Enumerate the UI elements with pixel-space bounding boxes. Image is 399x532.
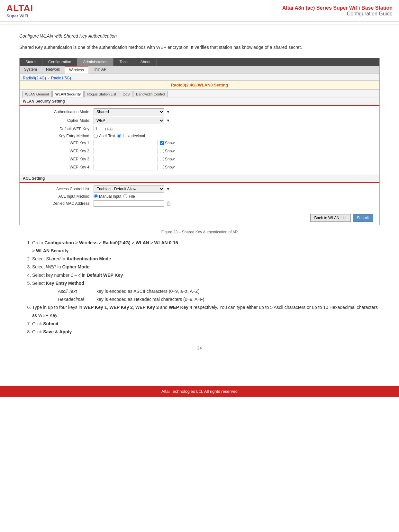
acl-file-option[interactable]: File [123, 194, 135, 199]
nav-tab-administration[interactable]: Administration [77, 58, 113, 66]
page-header: ALTAI Super WiFi Altai A8n (ac) Series S… [0, 0, 399, 22]
denied-mac-label: Denied MAC Address: [26, 201, 90, 206]
figure-caption: Figure 23 – Shared Key Authentication of… [19, 230, 380, 234]
section-title: Configure WLAN with Shared Key Authentic… [19, 33, 380, 39]
wep-key1-control: Show [94, 140, 175, 146]
wep-key2-show-checkbox[interactable] [160, 149, 164, 153]
header-title: Altai A8n (ac) Series Super WiFi Base St… [58, 5, 393, 17]
wep-key1-show-checkbox[interactable] [160, 141, 164, 145]
auth-mode-select[interactable]: Shared Open [94, 108, 164, 115]
footer-text: Altai Technologies Ltd. All rights reser… [161, 389, 238, 394]
step3-wep: WEP [46, 264, 56, 269]
wep-key1-show[interactable]: Show [160, 141, 175, 145]
wep-key4-label: WEP Key 4: [26, 165, 90, 169]
wep-key4-control: Show [94, 164, 175, 170]
wep-key2-row: WEP Key 2: Show [26, 148, 373, 154]
form-area: Authentication Mode: Shared Open ▼ Ciphe… [20, 106, 379, 175]
step1-wireless: Wireless [79, 240, 97, 245]
wep-key2-control: Show [94, 148, 175, 154]
key-entry-hex-option[interactable]: Hexadecimal [117, 134, 145, 138]
button-row: Back to WLAN List Submit [20, 211, 379, 225]
acl-row: Access Control List: Enabled - Default A… [26, 185, 373, 193]
acl-file-radio[interactable] [123, 194, 127, 198]
wep-key3-input[interactable] [94, 156, 158, 162]
step2-auth-mode: Authentication Mode [67, 256, 111, 261]
step2-shared: Shared [46, 256, 60, 261]
default-wep-key-input[interactable] [94, 126, 103, 132]
wep-key4-show-checkbox[interactable] [160, 165, 164, 169]
cipher-mode-select[interactable]: WEP [94, 117, 164, 124]
acl-manual-radio[interactable] [94, 194, 98, 198]
acl-dropdown-icon: ▼ [166, 187, 170, 191]
wep-key4-show-label: Show [165, 165, 175, 169]
acl-input-method-row: ACL Input Method: Manual Input File [26, 194, 373, 199]
key-entry-hex-radio[interactable] [117, 134, 121, 138]
nav-sub-thinap[interactable]: Thin AP [88, 66, 111, 74]
step1-wlan: WLAN [136, 240, 149, 245]
steps-list: Go to Configuration > Wireless > Radio0(… [19, 239, 380, 336]
wep-key3-show[interactable]: Show [160, 157, 175, 161]
step5-key-method: Key Entry Method [46, 281, 84, 286]
acl-select[interactable]: Enabled - Default Allow Disabled [94, 185, 164, 193]
default-wep-key-control: (1-4) [94, 126, 113, 132]
wep-key4-row: WEP Key 4: Show [26, 164, 373, 170]
acl-input-method-control: Manual Input File [94, 194, 135, 199]
wep-key2-input[interactable] [94, 148, 158, 154]
step8-save-apply: Save & Apply [43, 329, 72, 334]
radio-tab-separator: - [48, 76, 49, 80]
radio-tab-5g[interactable]: Radio1(5G) [51, 76, 71, 80]
wep-key2-show[interactable]: Show [160, 149, 175, 153]
ascii-text-desc: key is encoded as ASCII characters (0–9,… [96, 287, 380, 295]
nav-tab-tools[interactable]: Tools [113, 58, 134, 66]
nav-sub-tabs: System Network Wireless Thin AP [20, 66, 379, 74]
inner-tab-bandwidth[interactable]: Bandwidth Control [133, 91, 168, 97]
nav-tab-about[interactable]: About [134, 58, 156, 66]
step-7: Click Submit [32, 320, 380, 328]
key-entry-ascii-radio[interactable] [94, 134, 98, 138]
inner-tab-qos[interactable]: QoS [120, 91, 132, 97]
nav-sub-network[interactable]: Network [41, 66, 65, 74]
inner-tab-wlan-general[interactable]: WLAN General [22, 91, 52, 97]
denied-mac-row: Denied MAC Address: 📋 [26, 200, 373, 207]
acl-control: Enabled - Default Allow Disabled ▼ [94, 185, 170, 193]
wep-key3-label: WEP Key 3: [26, 157, 90, 161]
wep-key1-label: WEP Key 1: [26, 141, 90, 145]
default-wep-key-label: Default WEP Key: [26, 127, 90, 131]
wep-key3-show-checkbox[interactable] [160, 157, 164, 161]
wep-key4-show[interactable]: Show [160, 165, 175, 169]
nav-tab-status[interactable]: Status [20, 58, 42, 66]
nav-tab-configuration[interactable]: Configuration [42, 58, 77, 66]
inner-tab-wlan-security[interactable]: WLAN Security [52, 91, 84, 97]
step4-default-wep: Default WEP Key [87, 273, 123, 278]
auth-mode-dropdown-icon: ▼ [166, 110, 170, 114]
cipher-mode-control: WEP ▼ [94, 117, 170, 124]
back-to-wlan-button[interactable]: Back to WLAN List [310, 214, 351, 222]
logo-area: ALTAI Super WiFi [6, 3, 58, 18]
step6-key2: WEP Key 2 [109, 305, 133, 310]
step6-key1: WEP Key 1 [84, 305, 107, 310]
nav-sub-system[interactable]: System [20, 66, 41, 74]
wep-key4-input[interactable] [94, 164, 158, 170]
step-3: Select WEP in Cipher Mode [32, 263, 380, 271]
wep-key1-input[interactable] [94, 140, 158, 146]
panel-title: Radio0(2.4G) WLAN0 Setting [20, 81, 379, 90]
step-8: Click Save & Apply [32, 328, 380, 336]
step-6: Type in up to four keys in WEP Key 1, WE… [32, 303, 380, 320]
inner-tab-rogue-station[interactable]: Rogue Station List [84, 91, 119, 97]
acl-form-area: Access Control List: Enabled - Default A… [20, 183, 379, 211]
default-wep-key-hint: (1-4) [105, 127, 113, 131]
denied-mac-input[interactable] [94, 200, 164, 207]
submit-button[interactable]: Submit [353, 214, 373, 222]
wep-key2-label: WEP Key 2: [26, 149, 90, 153]
acl-manual-option[interactable]: Manual Input [94, 194, 121, 199]
wep-key3-control: Show [94, 156, 175, 162]
inner-tabs: WLAN General WLAN Security Rogue Station… [20, 90, 379, 97]
key-entry-hex-label: Hexadecimal [122, 134, 145, 138]
guide-name: Configuration Guide [58, 11, 393, 17]
radio-tab-24g[interactable]: Radio0(2.4G) [23, 76, 46, 80]
key-entry-ascii-option[interactable]: Ascii Text [94, 134, 115, 138]
nav-tabs-top: Status Configuration Administration Tool… [20, 58, 379, 66]
cipher-mode-label: Cipher Mode: [26, 118, 90, 123]
nav-sub-wireless[interactable]: Wireless [65, 66, 88, 74]
step7-submit: Submit [43, 321, 58, 326]
